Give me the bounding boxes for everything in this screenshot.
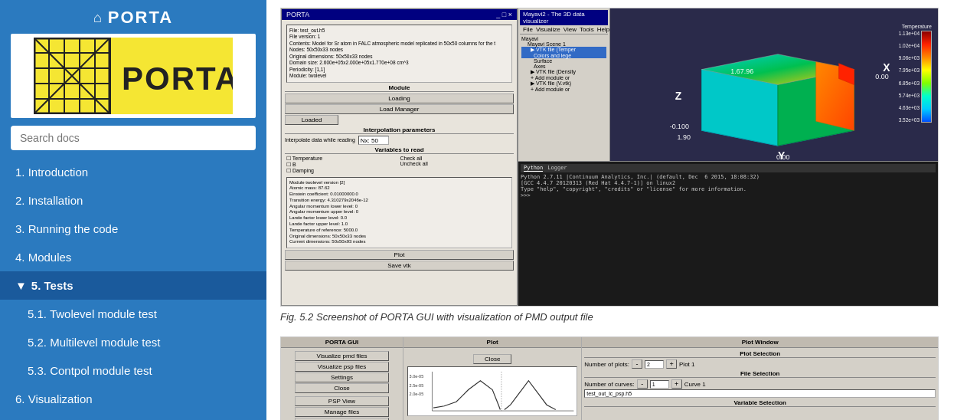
mayavi-scene[interactable]: Mayavi Scene 1: [521, 41, 606, 47]
plot-area: 3.0e-05 2.5e-05 2.0e-05: [407, 366, 577, 416]
svg-text:1.67.96: 1.67.96: [730, 67, 753, 75]
colorbar-values: 1.13e+04 1.02e+04 9.06e+03 7.95e+03 6.85…: [899, 31, 920, 123]
num-plots-minus[interactable]: -: [632, 359, 642, 369]
porta-gui-panel: PORTA _ □ × File: test_out.h5 File versi…: [281, 8, 518, 306]
loaded-button[interactable]: Loaded: [285, 115, 338, 125]
save-vtk-button[interactable]: Save vtk: [285, 261, 514, 271]
surface[interactable]: Surface: [521, 58, 606, 64]
search-input[interactable]: [11, 126, 256, 150]
porta-gui-2-title: PORTA GUI: [281, 337, 403, 348]
logger-tab[interactable]: Logger: [547, 165, 567, 172]
vtk-vtk[interactable]: ▶ VTK file (V.vtk): [521, 80, 606, 87]
sidebar-item-modules[interactable]: 4. Modules: [0, 243, 266, 271]
sidebar-item-multilevel[interactable]: 5.2. Multilevel module test: [0, 328, 266, 356]
porta-gui-controls: _ □ ×: [496, 11, 512, 18]
num-curves-input[interactable]: 1: [650, 380, 669, 389]
psp-view-btn[interactable]: PSP View: [295, 396, 388, 406]
sidebar-item-visualization[interactable]: 6. Visualization: [0, 385, 266, 413]
uncheck-all[interactable]: Uncheck all: [400, 161, 513, 166]
svg-text:1.90: 1.90: [678, 133, 691, 141]
svg-text:0.00: 0.00: [875, 73, 888, 80]
plot-selection-label: Plot Selection: [584, 350, 936, 358]
plot1-label: Plot 1: [679, 361, 694, 368]
nav-list: 1. Introduction 2. Installation 3. Runni…: [0, 158, 266, 420]
mayavi-titlebar: Mayavi2 - The 3D data visualizer: [520, 10, 608, 25]
vars-label: Variables to read: [285, 146, 514, 154]
plot-window-panel: Plot Window Plot Selection Number of plo…: [582, 337, 938, 420]
home-icon: ⌂: [93, 10, 102, 26]
close-plot-btn-row: Close: [406, 350, 579, 365]
num-curves-row: Number of curves: - 1 + Curve 1: [584, 379, 936, 389]
vtk-density[interactable]: ▶ VTK file (Density: [521, 69, 606, 75]
b-check[interactable]: ☐ B: [286, 162, 399, 168]
plot-panel-2-title: Plot: [403, 337, 581, 348]
figure-2-image: PORTA GUI Visualize pmd files Visualize …: [280, 336, 939, 420]
help-menu[interactable]: Help: [597, 26, 609, 33]
svg-text:PORTA: PORTA: [122, 61, 233, 97]
num-curves-plus[interactable]: +: [671, 379, 682, 389]
visualize-psp-btn[interactable]: Visualize psp files: [295, 362, 388, 372]
nx-row: Interpolate data while reading Nx: 50: [285, 136, 514, 145]
close-btn[interactable]: Close: [295, 383, 388, 393]
svg-text:2.5e-05: 2.5e-05: [410, 383, 424, 388]
colorbar: Temperature 1.13e+04 1.02e+04 9.06e+03 7…: [909, 24, 932, 177]
tools-menu[interactable]: Tools: [580, 26, 594, 33]
settings-btn[interactable]: Settings: [295, 372, 388, 382]
plot-window-title: Plot Window: [582, 337, 938, 348]
svg-text:3.0e-05: 3.0e-05: [410, 374, 424, 379]
add-module-2[interactable]: + Add module or: [521, 87, 606, 92]
loading-row: Loading: [285, 94, 514, 103]
mayavi-split: Mayavi2 - The 3D data visualizer File Vi…: [518, 8, 938, 162]
figure-1-caption: Fig. 5.2 Screenshot of PORTA GUI with vi…: [280, 311, 966, 323]
mayavi-tree-content: Mayavi Mayavi Scene 1 ▶ VTK file (Temper…: [520, 34, 608, 94]
nx-input[interactable]: Nx: 50: [358, 136, 389, 145]
load-manager-button[interactable]: Load Manager: [285, 104, 514, 114]
plot-button[interactable]: Plot: [285, 250, 514, 260]
manage-files-btn[interactable]: Manage files: [295, 407, 388, 417]
collapse-icon: ▼: [15, 279, 27, 292]
figure-1-container: PORTA _ □ × File: test_out.h5 File versi…: [280, 8, 966, 323]
curve1-label: Curve 1: [684, 381, 706, 388]
porta-gui-2-content: Visualize pmd files Visualize psp files …: [281, 348, 403, 420]
porta-gui-2: PORTA GUI Visualize pmd files Visualize …: [281, 337, 403, 420]
3d-scene-svg: Z Y X 1.67.96 -0.100 1.90 0.00 0.00: [610, 8, 938, 161]
interp-label: Interpolation parameters: [285, 126, 514, 134]
sidebar-item-running[interactable]: 3. Running the code: [0, 215, 266, 243]
figure-1-image: PORTA _ □ × File: test_out.h5 File versi…: [280, 8, 939, 307]
check-all[interactable]: Check all: [400, 156, 513, 161]
file-menu[interactable]: File: [523, 26, 533, 33]
axes[interactable]: Axes: [521, 64, 606, 69]
colors-and-legends[interactable]: Colors and lege: [521, 53, 606, 58]
vars-checkboxes: ☐ Temperature ☐ B ☐ Damping Check all Un…: [286, 156, 512, 174]
sidebar-item-installation[interactable]: 2. Installation: [0, 186, 266, 215]
vtk-file[interactable]: ▶ VTK file (Temper: [521, 47, 606, 53]
view-menu[interactable]: View: [564, 26, 577, 33]
loading-button[interactable]: Loading: [285, 94, 514, 103]
site-title: PORTA: [108, 8, 173, 28]
save-vtk-row: Save vtk: [285, 261, 514, 271]
visualize-menu[interactable]: Visualize: [536, 26, 560, 33]
close-plot-btn[interactable]: Close: [473, 354, 511, 364]
mayavi-menubar: File Visualize View Tools Help: [520, 25, 608, 34]
sidebar-item-contpol[interactable]: 5.3. Contpol module test: [0, 356, 266, 385]
sidebar-item-introduction[interactable]: 1. Introduction: [0, 158, 266, 186]
plot-panel-2: Plot Close 3.0e-05 2.5e-05 2.0e-05: [403, 337, 582, 420]
visualize-pmd-btn[interactable]: Visualize pmd files: [295, 351, 388, 361]
temp-check[interactable]: ☐ Temperature: [286, 156, 399, 162]
file-input[interactable]: test_out_lc_psp.h5: [584, 389, 936, 398]
loaded-row: Loaded: [285, 115, 514, 125]
num-plots-input[interactable]: 2: [645, 360, 664, 369]
search-area: [0, 126, 266, 158]
num-plots-label: Number of plots:: [584, 361, 629, 368]
mayavi-panel: Mayavi2 - The 3D data visualizer File Vi…: [518, 8, 938, 306]
svg-text:X: X: [883, 61, 890, 74]
python-tab[interactable]: Python: [524, 165, 543, 172]
file-selection-label: File Selection: [584, 370, 936, 378]
sidebar-item-twolevel[interactable]: 5.1. Twolevel module test: [0, 300, 266, 328]
damping-check[interactable]: ☐ Damping: [286, 168, 399, 174]
num-curves-minus[interactable]: -: [637, 379, 648, 389]
mayavi-3d-scene: Z Y X 1.67.96 -0.100 1.90 0.00 0.00: [610, 8, 938, 161]
sidebar-item-tests[interactable]: ▼ 5. Tests: [0, 271, 266, 300]
add-module[interactable]: + Add module or: [521, 75, 606, 80]
num-plots-plus[interactable]: +: [666, 359, 677, 369]
